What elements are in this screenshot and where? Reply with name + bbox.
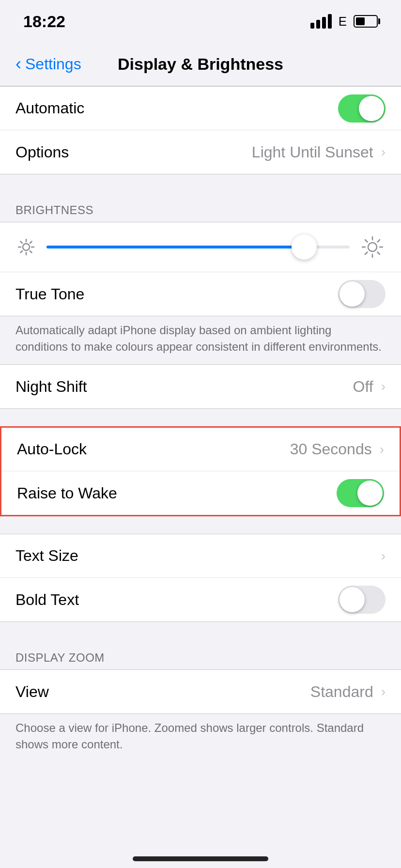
appearance-section: Automatic Options Light Until Sunset › xyxy=(0,86,401,174)
true-tone-row: True Tone xyxy=(0,272,401,316)
page-title: Display & Brightness xyxy=(93,55,308,74)
night-shift-label: Night Shift xyxy=(15,378,87,396)
sun-small-icon xyxy=(15,236,37,258)
svg-line-16 xyxy=(378,240,380,242)
toggle-thumb xyxy=(359,96,384,121)
svg-line-14 xyxy=(365,240,368,242)
text-size-chevron-icon: › xyxy=(381,548,386,564)
auto-lock-row[interactable]: Auto-Lock 30 Seconds › xyxy=(1,428,400,471)
status-icons: E xyxy=(310,14,378,29)
home-indicator xyxy=(133,856,268,861)
brightness-header: BRIGHTNESS xyxy=(0,192,401,222)
svg-point-9 xyxy=(368,243,377,251)
toggle-thumb-true-tone xyxy=(339,281,365,307)
chevron-right-icon: › xyxy=(381,144,386,160)
options-value: Light Until Sunset xyxy=(252,143,373,161)
text-size-row[interactable]: Text Size › xyxy=(0,534,401,578)
svg-line-17 xyxy=(365,252,368,255)
night-shift-value: Off xyxy=(353,378,373,396)
sun-large-icon xyxy=(359,234,386,260)
raise-to-wake-label: Raise to Wake xyxy=(17,484,117,502)
view-row[interactable]: View Standard › xyxy=(0,670,401,713)
bold-text-label: Bold Text xyxy=(15,591,79,609)
svg-point-0 xyxy=(23,244,30,250)
bold-text-toggle[interactable] xyxy=(338,586,386,614)
text-size-right: › xyxy=(379,548,386,564)
brightness-slider[interactable] xyxy=(46,246,350,248)
bold-text-row: Bold Text xyxy=(0,578,401,621)
options-right: Light Until Sunset › xyxy=(252,143,386,161)
lock-section: Auto-Lock 30 Seconds › Raise to Wake xyxy=(0,426,401,516)
svg-line-5 xyxy=(21,242,23,244)
gap-4 xyxy=(0,622,401,639)
status-time: 18:22 xyxy=(23,12,65,31)
brightness-slider-row xyxy=(0,222,401,272)
auto-lock-right: 30 Seconds › xyxy=(290,440,384,458)
status-bar: 18:22 E xyxy=(0,0,401,43)
view-label: View xyxy=(15,683,49,701)
brightness-thumb xyxy=(292,234,317,260)
gap-2 xyxy=(0,409,401,426)
svg-line-15 xyxy=(378,252,380,255)
toggle-thumb-bold xyxy=(339,587,365,612)
signal-bars-icon xyxy=(310,14,332,29)
display-zoom-header: DISPLAY ZOOM xyxy=(0,639,401,669)
battery-icon xyxy=(354,15,378,28)
view-value: Standard xyxy=(310,683,373,701)
brightness-fill xyxy=(46,246,304,248)
true-tone-toggle[interactable] xyxy=(338,280,386,308)
raise-to-wake-row: Raise to Wake xyxy=(1,471,400,515)
options-label: Options xyxy=(15,143,69,161)
gap-3 xyxy=(0,516,401,534)
back-chevron-icon: ‹ xyxy=(15,55,21,73)
view-chevron-icon: › xyxy=(381,684,386,699)
back-button[interactable]: ‹ Settings xyxy=(15,55,93,73)
auto-lock-label: Auto-Lock xyxy=(17,440,87,458)
network-type: E xyxy=(339,14,347,29)
display-zoom-section: View Standard › xyxy=(0,669,401,714)
automatic-label: Automatic xyxy=(15,99,84,117)
text-size-label: Text Size xyxy=(15,547,78,565)
view-footer: Choose a view for iPhone. Zoomed shows l… xyxy=(0,714,401,762)
night-shift-section: Night Shift Off › xyxy=(0,364,401,409)
true-tone-footer: Automatically adapt iPhone display based… xyxy=(0,316,401,364)
auto-lock-chevron-icon: › xyxy=(380,442,384,457)
night-shift-chevron-icon: › xyxy=(381,379,386,394)
brightness-section: True Tone xyxy=(0,222,401,316)
svg-line-6 xyxy=(30,251,32,253)
back-label: Settings xyxy=(25,55,81,73)
gap-1 xyxy=(0,174,401,192)
nav-bar: ‹ Settings Display & Brightness xyxy=(0,43,401,86)
auto-lock-value: 30 Seconds xyxy=(290,440,372,458)
options-row[interactable]: Options Light Until Sunset › xyxy=(0,130,401,174)
true-tone-label: True Tone xyxy=(15,285,84,303)
view-right: Standard › xyxy=(310,683,386,701)
automatic-row: Automatic xyxy=(0,87,401,130)
text-section: Text Size › Bold Text xyxy=(0,534,401,622)
svg-line-8 xyxy=(21,251,23,253)
svg-line-7 xyxy=(30,242,32,244)
night-shift-right: Off › xyxy=(353,378,386,396)
raise-to-wake-toggle[interactable] xyxy=(337,479,384,507)
automatic-toggle[interactable] xyxy=(338,94,386,123)
toggle-thumb-raise xyxy=(357,480,383,506)
night-shift-row[interactable]: Night Shift Off › xyxy=(0,365,401,408)
